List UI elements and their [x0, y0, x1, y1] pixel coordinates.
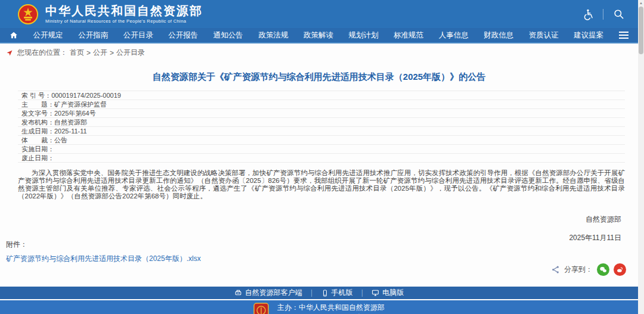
- nav-item-biaozhun-guifan[interactable]: 标准规范: [394, 30, 423, 41]
- footer-client-link[interactable]: 自然资源部客户端: [234, 288, 302, 298]
- meta-row-index-number: 索 引 号：000019174/2025-00019: [18, 91, 625, 100]
- nav-item-caizheng-xinxi[interactable]: 财政信息: [484, 30, 513, 41]
- client-app-icon: [234, 289, 242, 297]
- search-button[interactable]: [612, 8, 625, 21]
- nav-item-tongzhi-gonggao[interactable]: 通知公告: [213, 30, 243, 41]
- header-tools: [581, 0, 625, 28]
- breadcrumb-separator: >: [110, 49, 114, 57]
- nav-item-gongkai-baogao[interactable]: 公开报告: [168, 30, 198, 41]
- home-icon: [10, 31, 18, 39]
- main-nav: 公开规定 公开指南 公开目录 公开报告 通知公告 政策法规 政策解读 规划计划 …: [0, 28, 638, 43]
- footer-host: 主办：中华人民共和国自然资源部: [277, 303, 385, 313]
- nav-item-zhengce-fagui[interactable]: 政策法规: [258, 30, 288, 41]
- national-emblem-icon: [18, 4, 38, 24]
- nav-item-gongkai-zhinan[interactable]: 公开指南: [78, 30, 108, 41]
- footer-mobile-link[interactable]: 手机版: [321, 288, 353, 298]
- share-weibo-button[interactable]: [614, 263, 626, 276]
- site-title: 中华人民共和国自然资源部: [45, 4, 203, 17]
- breadcrumb-gongkai-mulu[interactable]: 公开目录: [116, 48, 145, 58]
- nav-item-gongkai-guiding[interactable]: 公开规定: [33, 30, 63, 41]
- meta-row-genre: 体 裁：公告: [18, 136, 625, 145]
- weibo-icon: [616, 266, 624, 273]
- desktop-icon: [371, 289, 379, 297]
- accessibility-button[interactable]: [581, 8, 595, 21]
- footer-desktop-link[interactable]: 电脑版: [371, 288, 404, 298]
- signature-block: 自然资源部 2025年11月11日: [569, 214, 621, 243]
- attachment-link[interactable]: 矿产资源节约与综合利用先进适用技术目录（2025年版）.xlsx: [6, 254, 201, 264]
- wheelchair-icon: [582, 8, 594, 20]
- meta-row-repeal-date: 废止日期：: [18, 154, 625, 163]
- header-divider: [603, 9, 603, 20]
- search-icon: [613, 8, 624, 20]
- signature-date: 2025年11月11日: [569, 233, 621, 243]
- meta-row-doc-number: 发文字号：2025年第64号: [18, 109, 625, 118]
- breadcrumb: 您现在的位置： 首页 > 公开 > 公开目录: [6, 48, 145, 58]
- nav-item-zhengce-jiedu[interactable]: 政策解读: [304, 30, 333, 41]
- nav-item-jianyi-tian[interactable]: 建议提案: [574, 30, 603, 41]
- nav-item-zizhi-renzheng[interactable]: 资质认证: [529, 30, 559, 41]
- share-icon: [551, 265, 560, 274]
- meta-row-subject: 主 题：矿产资源保护监督: [18, 100, 625, 109]
- attachment-label: 附件：: [6, 240, 201, 250]
- breadcrumb-gongkai[interactable]: 公开: [93, 48, 107, 58]
- nav-item-guihua-jihua[interactable]: 规划计划: [349, 30, 379, 41]
- signature-agency: 自然资源部: [569, 214, 621, 225]
- breadcrumb-prefix: 您现在的位置：: [17, 48, 67, 58]
- nav-home[interactable]: [10, 31, 18, 39]
- site-header: 中华人民共和国自然资源部 Ministry of Natural Resourc…: [0, 0, 638, 28]
- footer-bottom: 主办：中华人民共和国自然资源部 承办：自然资源部信息中心: [0, 300, 638, 314]
- hamburger-icon: [619, 32, 628, 33]
- footer-separator: ｜: [308, 288, 315, 298]
- nav-item-gongkai-mulu[interactable]: 公开目录: [123, 30, 153, 41]
- page-title: 自然资源部关于《矿产资源节约与综合利用先进适用技术目录（2025年版）》的公告: [18, 71, 620, 83]
- attachment-section: 附件： 矿产资源节约与综合利用先进适用技术目录（2025年版）.xlsx: [6, 240, 201, 264]
- menu-button[interactable]: [619, 32, 628, 39]
- scrollbar-up-arrow[interactable]: ▲: [638, 0, 644, 6]
- document-meta-table: 索 引 号：000019174/2025-00019 主 题：矿产资源保护监督 …: [18, 91, 625, 163]
- footer-host-lines: 主办：中华人民共和国自然资源部 承办：自然资源部信息中心: [277, 303, 385, 314]
- share-wechat-button[interactable]: [597, 263, 609, 276]
- page: 中华人民共和国自然资源部 Ministry of Natural Resourc…: [0, 0, 644, 314]
- scrollbar[interactable]: ▲: [638, 0, 644, 314]
- site-title-en: Ministry of Natural Resources of the Peo…: [45, 18, 203, 24]
- share-bar: 分享到：: [551, 263, 626, 276]
- nav-item-renshi-xinxi[interactable]: 人事信息: [439, 30, 469, 41]
- meta-row-effective-date: 实施日期：: [18, 145, 625, 154]
- mobile-icon: [321, 290, 329, 297]
- ministry-badge-icon: [253, 303, 269, 314]
- announcement-body: 为深入贯彻落实党中央、国务院关于推进生态文明建设的战略决策部署，加快矿产资源节约…: [18, 169, 625, 200]
- wechat-icon: [599, 266, 607, 273]
- footer-separator: ｜: [359, 288, 366, 298]
- site-titles: 中华人民共和国自然资源部 Ministry of Natural Resourc…: [45, 4, 203, 24]
- footer-links-bar: 自然资源部客户端 ｜ 手机版 ｜ 电脑版: [0, 287, 638, 299]
- meta-row-issuing-agency: 发布机构：自然资源部: [18, 118, 625, 127]
- scrollbar-thumb[interactable]: [639, 7, 643, 54]
- breadcrumb-separator: >: [86, 49, 91, 57]
- breadcrumb-home[interactable]: 首页: [70, 48, 84, 58]
- meta-row-generated-date: 生成日期：2025-11-11: [18, 127, 625, 136]
- share-label: 分享到：: [564, 265, 593, 275]
- location-arrow-icon: [6, 49, 13, 57]
